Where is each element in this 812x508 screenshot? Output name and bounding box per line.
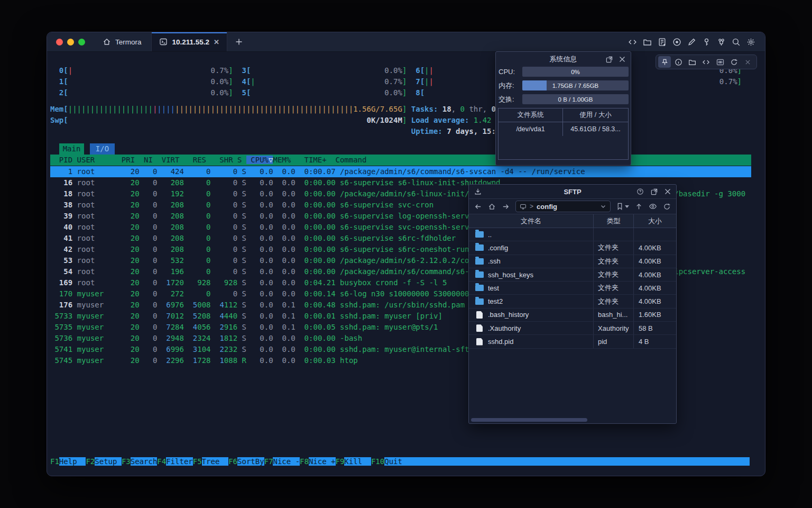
fn-button-search[interactable]: Search xyxy=(131,457,158,466)
file-type: 文件夹 xyxy=(594,268,634,281)
bookmark-button[interactable] xyxy=(616,203,629,210)
fn-button-setup[interactable]: Setup xyxy=(95,457,122,466)
window-controls xyxy=(47,32,93,51)
filesystem-column-header: 文件系统 xyxy=(499,108,563,122)
column-header-type[interactable]: 类型 xyxy=(594,214,634,228)
fn-button-filter[interactable]: Filter xyxy=(166,457,193,466)
file-row[interactable]: sshd.pidpid4 B xyxy=(469,335,676,348)
file-name: .config xyxy=(469,241,594,254)
fn-button-kill[interactable]: Kill xyxy=(344,457,371,466)
refresh-button[interactable] xyxy=(727,56,740,68)
htop-tab-io[interactable]: I/O xyxy=(90,143,115,155)
file-row[interactable]: ssh_host_keys文件夹4.00KB xyxy=(469,268,676,282)
filesystem-row[interactable]: /dev/vda1 45.61GB / 58.3... xyxy=(499,122,628,136)
file-row[interactable]: .XauthorityXauthority58 B xyxy=(469,322,676,335)
up-directory-button[interactable] xyxy=(635,203,643,211)
record-icon[interactable] xyxy=(672,38,681,47)
settings-icon[interactable] xyxy=(746,38,755,47)
process-row[interactable]: 1 root 20 0 424 0 0 S 0.0 0.0 0:00.07 /p… xyxy=(50,166,751,177)
gpu-eye-button[interactable] xyxy=(714,56,726,68)
file-name: .Xauthority xyxy=(469,322,594,334)
pin-button[interactable] xyxy=(658,56,671,68)
app-tab-label: Termora xyxy=(115,38,142,46)
sftp-toolbar: > config xyxy=(469,199,676,214)
fn-button-help[interactable]: Help xyxy=(59,457,86,466)
open-in-window-icon[interactable] xyxy=(651,188,658,195)
file-row[interactable]: .bash_historybash_hi...1.60KB xyxy=(469,309,676,322)
tab-session[interactable]: 10.211.55.2 ✕ xyxy=(151,32,227,51)
fn-button-tree[interactable]: Tree xyxy=(202,457,229,466)
system-info-panel: 系统信息 CPU: 0% 内存: 1.75GB / 7.65GB xyxy=(495,51,631,166)
keychain-icon[interactable] xyxy=(717,38,726,47)
cpu-usage-bar: 0% xyxy=(522,67,629,77)
path-input[interactable]: > config xyxy=(515,201,611,212)
folder-button[interactable] xyxy=(686,56,699,68)
open-in-window-icon[interactable] xyxy=(606,56,613,63)
close-icon[interactable] xyxy=(619,56,625,62)
close-tab-icon[interactable]: ✕ xyxy=(214,39,219,46)
info-button[interactable] xyxy=(672,56,685,68)
fn-button-sortby[interactable]: SortBy xyxy=(237,457,264,466)
home-button[interactable] xyxy=(488,203,496,211)
close-window-button[interactable] xyxy=(56,39,63,46)
folder-icon xyxy=(475,231,484,238)
file-row[interactable]: .. xyxy=(469,228,676,241)
fn-button-nice -[interactable]: Nice - xyxy=(273,457,300,466)
swap-usage-row: 交换: 0 B / 1.00GB xyxy=(496,94,631,104)
fn-button-quit[interactable]: Quit xyxy=(384,457,750,466)
tab-home[interactable]: Termora xyxy=(93,32,151,51)
fn-button-nice +[interactable]: Nice + xyxy=(309,457,336,466)
fn-key-label: F5 xyxy=(193,457,202,466)
sftp-empty-area xyxy=(469,349,676,416)
chevron-down-icon[interactable] xyxy=(600,203,606,210)
close-toolbar-button[interactable] xyxy=(742,56,754,68)
file-row[interactable]: test2文件夹4.00KB xyxy=(469,295,676,308)
fn-key-label: F2 xyxy=(86,457,95,466)
file-type: 文件夹 xyxy=(594,282,634,294)
sftp-file-list: ...config文件夹4.00KB.ssh文件夹4.00KBssh_host_… xyxy=(469,228,676,349)
forward-button[interactable] xyxy=(502,203,510,211)
file-row[interactable]: .ssh文件夹4.00KB xyxy=(469,255,676,268)
file-icon xyxy=(476,324,483,332)
folder-icon[interactable] xyxy=(643,38,652,47)
code-button[interactable] xyxy=(700,56,713,68)
new-tab-button[interactable] xyxy=(227,32,251,51)
memory-usage-value: 1.75GB / 7.65GB xyxy=(522,80,629,90)
htop-function-bar: F1Help F2Setup F3SearchF4FilterF5Tree F6… xyxy=(50,456,750,467)
folder-icon xyxy=(475,285,484,291)
search-icon[interactable] xyxy=(732,38,741,47)
file-name: test2 xyxy=(469,295,594,307)
file-row[interactable]: .config文件夹4.00KB xyxy=(469,241,676,255)
minimize-window-button[interactable] xyxy=(67,39,74,46)
horizontal-scrollbar[interactable] xyxy=(469,416,676,423)
column-header-filename[interactable]: 文件名 xyxy=(469,214,594,228)
home-icon xyxy=(102,38,111,47)
edit-icon[interactable] xyxy=(687,38,696,47)
file-row[interactable]: test文件夹4.00KB xyxy=(469,282,676,295)
help-icon[interactable] xyxy=(636,188,644,195)
floating-toolbar xyxy=(656,55,757,69)
back-button[interactable] xyxy=(474,203,482,211)
key-icon[interactable] xyxy=(702,38,711,47)
memory-usage-row: 内存: 1.75GB / 7.65GB xyxy=(496,80,631,90)
folder-icon xyxy=(475,244,484,251)
column-header-size[interactable]: 大小 xyxy=(634,214,676,228)
show-hidden-button[interactable] xyxy=(649,202,657,211)
caret-down-icon[interactable] xyxy=(625,205,629,208)
changelog-icon[interactable] xyxy=(658,38,667,47)
htop-table-header[interactable]: PID USER PRI NI VIRT RES SHR S CPU%▽MEM%… xyxy=(50,155,751,166)
fn-key-label: F3 xyxy=(122,457,131,466)
zoom-window-button[interactable] xyxy=(78,39,85,46)
refresh-button[interactable] xyxy=(663,203,671,211)
close-icon[interactable] xyxy=(665,188,671,195)
file-size: 4 B xyxy=(634,335,676,348)
swap-label: 交换: xyxy=(499,95,522,104)
scrollbar-thumb[interactable] xyxy=(471,418,587,422)
htop-tab-main[interactable]: Main xyxy=(59,143,84,155)
file-type: Xauthority xyxy=(594,322,634,334)
file-icon xyxy=(476,338,483,346)
file-size: 58 B xyxy=(634,322,676,334)
file-type: pid xyxy=(594,335,634,348)
file-type: 文件夹 xyxy=(594,255,634,268)
code-icon[interactable] xyxy=(628,38,637,47)
